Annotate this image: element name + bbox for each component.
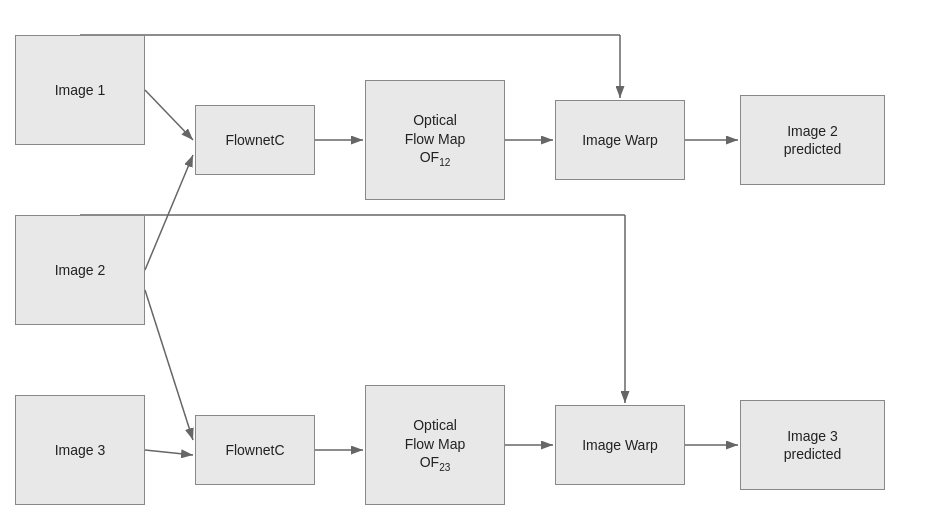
flownetc1-box: FlownetC — [195, 105, 315, 175]
svg-line-4 — [145, 450, 193, 455]
of23-label: OpticalFlow Map — [405, 416, 466, 452]
pred3-box: Image 3predicted — [740, 400, 885, 490]
svg-line-3 — [145, 290, 193, 440]
of12-label: OpticalFlow Map — [405, 111, 466, 147]
of23-box: OpticalFlow Map OF23 — [365, 385, 505, 505]
flownetc2-label: FlownetC — [225, 441, 284, 459]
image1-box: Image 1 — [15, 35, 145, 145]
pred2-box: Image 2predicted — [740, 95, 885, 185]
warp1-label: Image Warp — [582, 131, 658, 149]
svg-line-2 — [145, 155, 193, 270]
image2-box: Image 2 — [15, 215, 145, 325]
image3-box: Image 3 — [15, 395, 145, 505]
svg-line-1 — [145, 90, 193, 140]
image3-label: Image 3 — [55, 441, 106, 459]
pred2-label: Image 2predicted — [784, 122, 842, 158]
image2-label: Image 2 — [55, 261, 106, 279]
diagram: Image 1 Image 2 Image 3 FlownetC Flownet… — [0, 0, 937, 510]
pred3-label: Image 3predicted — [784, 427, 842, 463]
flownetc2-box: FlownetC — [195, 415, 315, 485]
of12-box: OpticalFlow Map OF12 — [365, 80, 505, 200]
of23-sub: OF23 — [420, 453, 451, 474]
warp2-box: Image Warp — [555, 405, 685, 485]
warp1-box: Image Warp — [555, 100, 685, 180]
of12-sub: OF12 — [420, 148, 451, 169]
image1-label: Image 1 — [55, 81, 106, 99]
flownetc1-label: FlownetC — [225, 131, 284, 149]
warp2-label: Image Warp — [582, 436, 658, 454]
